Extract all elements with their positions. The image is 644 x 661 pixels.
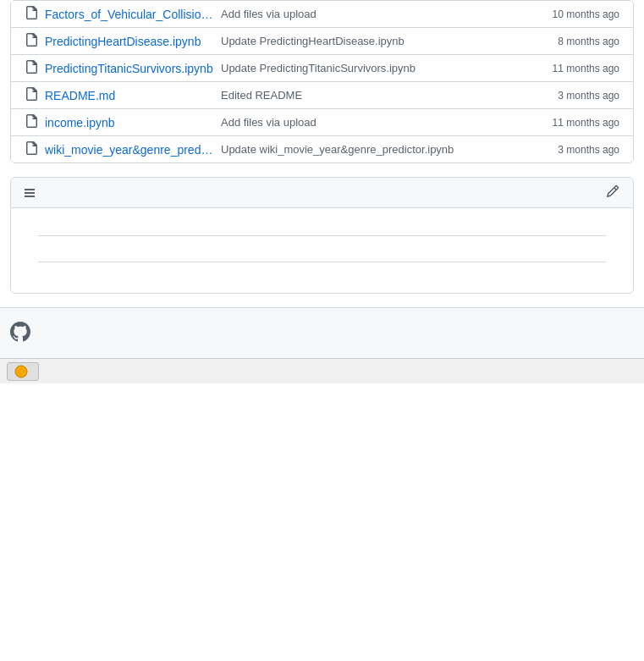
file-message: Update wiki_movie_year&genre_predictor.i…: [221, 143, 544, 156]
readme-body: [11, 208, 633, 293]
svg-point-0: [15, 366, 27, 377]
file-name[interactable]: PredictingTitanicSurvivors.ipynb: [45, 62, 214, 75]
taskbar: [0, 358, 644, 383]
file-row[interactable]: PredictingTitanicSurvivors.ipynb Update …: [11, 55, 633, 82]
file-message: Edited README: [221, 89, 544, 102]
readme-container: [10, 177, 634, 294]
taskbar-eclipse[interactable]: [7, 362, 39, 381]
readme-header: [11, 178, 633, 208]
file-row[interactable]: Factors_of_Vehicular_Collisions_th... Ad…: [11, 1, 633, 28]
file-name[interactable]: README.md: [45, 89, 214, 102]
file-icon: [25, 141, 38, 157]
file-row[interactable]: income.ipynb Add files via upload 11 mon…: [11, 109, 633, 136]
file-time: 10 months ago: [553, 8, 619, 20]
file-icon: [25, 33, 38, 49]
edit-icon[interactable]: [606, 185, 619, 201]
file-time: 11 months ago: [553, 117, 619, 129]
readme-title: [38, 229, 606, 236]
file-icon: [25, 114, 38, 130]
file-icon: [25, 87, 38, 103]
file-message: Update PredictingHeartDisease.ipynb: [221, 35, 544, 47]
file-icon: [25, 60, 38, 76]
readme-tools-heading: [38, 256, 606, 262]
github-logo: [10, 322, 30, 344]
file-message: Add files via upload: [221, 116, 539, 129]
footer: [0, 307, 644, 358]
file-name[interactable]: income.ipynb: [45, 116, 214, 129]
file-name[interactable]: wiki_movie_year&genre_predictor.i...: [45, 143, 214, 157]
file-time: 8 months ago: [558, 36, 619, 47]
list-icon: [25, 186, 38, 200]
file-message: Update PredictingTitanicSurvivors.ipynb: [221, 62, 539, 74]
readme-header-left: [25, 186, 45, 200]
eclipse-icon: [14, 365, 28, 378]
file-time: 3 months ago: [558, 90, 619, 102]
file-row[interactable]: wiki_movie_year&genre_predictor.i... Upd…: [11, 136, 633, 162]
file-table: Factors_of_Vehicular_Collisions_th... Ad…: [10, 0, 634, 163]
file-time: 11 months ago: [553, 63, 619, 74]
file-row[interactable]: README.md Edited README 3 months ago: [11, 82, 633, 109]
file-message: Add files via upload: [221, 8, 539, 20]
file-time: 3 months ago: [558, 144, 619, 156]
file-row[interactable]: PredictingHeartDisease.ipynb Update Pred…: [11, 28, 633, 55]
file-icon: [25, 6, 38, 22]
file-name[interactable]: PredictingHeartDisease.ipynb: [45, 35, 214, 48]
file-name[interactable]: Factors_of_Vehicular_Collisions_th...: [45, 8, 214, 21]
